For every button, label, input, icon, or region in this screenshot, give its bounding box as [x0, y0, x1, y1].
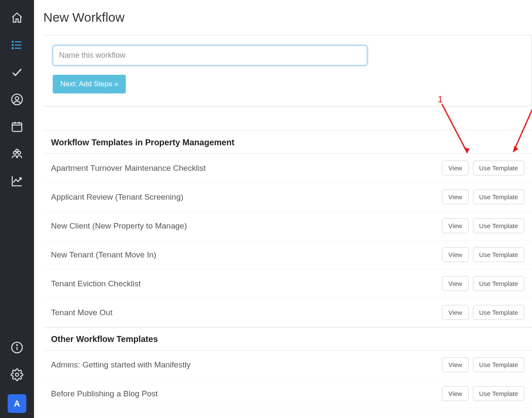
- template-name: Tenant Eviction Checklist: [51, 279, 438, 288]
- sidebar-item-settings[interactable]: [3, 361, 31, 388]
- template-row: Before Publishing a Blog PostViewUse Tem…: [43, 379, 532, 408]
- use-template-button[interactable]: Use Template: [473, 276, 524, 291]
- template-row: Apartment Turnover Maintenance Checklist…: [43, 154, 532, 183]
- people-icon: [11, 147, 23, 160]
- template-name: Tenant Move Out: [51, 308, 438, 317]
- use-template-button[interactable]: Use Template: [473, 161, 524, 175]
- next-add-steps-button[interactable]: Next: Add Steps »: [53, 75, 126, 93]
- sidebar-item-tasks[interactable]: [3, 59, 31, 86]
- view-button[interactable]: View: [442, 276, 468, 291]
- svg-point-20: [17, 345, 17, 345]
- template-row: Tenant Eviction ChecklistViewUse Templat…: [43, 269, 532, 298]
- chart-icon: [11, 175, 23, 187]
- template-row: New Tenant (Tenant Move In)ViewUse Templ…: [43, 240, 532, 269]
- sidebar-item-workflows[interactable]: [3, 31, 31, 59]
- check-icon: [11, 66, 23, 79]
- use-template-button[interactable]: Use Template: [473, 189, 524, 204]
- view-button[interactable]: View: [442, 305, 468, 320]
- workflow-name-input[interactable]: [53, 45, 367, 65]
- settings-icon: [11, 368, 23, 381]
- use-template-button[interactable]: Use Template: [473, 386, 524, 401]
- use-template-button[interactable]: Use Template: [473, 305, 524, 320]
- sidebar-item-reports[interactable]: [3, 167, 31, 195]
- template-name: New Tenant (Tenant Move In): [51, 250, 438, 260]
- templates-section-header: Workflow Templates in Property Managemen…: [43, 131, 532, 154]
- template-name: Apartment Turnover Maintenance Checklist: [51, 164, 438, 173]
- avatar[interactable]: A: [8, 394, 26, 413]
- use-template-button[interactable]: Use Template: [473, 218, 524, 233]
- user-icon: [11, 93, 23, 106]
- template-name: New Client (New Property to Manage): [51, 221, 438, 231]
- svg-point-21: [15, 373, 19, 376]
- template-row: New Client (New Property to Manage)ViewU…: [43, 212, 532, 240]
- new-workflow-card: Next: Add Steps »: [43, 35, 532, 107]
- view-button[interactable]: View: [442, 386, 468, 401]
- info-icon: [11, 341, 23, 354]
- view-button[interactable]: View: [442, 357, 468, 372]
- sidebar: A: [0, 0, 34, 418]
- page-title: New Workflow: [43, 10, 532, 25]
- template-name: Applicant Review (Tenant Screening): [51, 192, 438, 202]
- svg-point-4: [12, 48, 14, 49]
- sidebar-item-profile[interactable]: [3, 86, 31, 113]
- main-content: New Workflow Next: Add Steps » Workflow …: [34, 0, 532, 418]
- sidebar-item-calendar[interactable]: [3, 113, 31, 140]
- svg-point-17: [16, 149, 18, 152]
- use-template-button[interactable]: Use Template: [473, 247, 524, 262]
- templates-section-header: Other Workflow Templates: [43, 327, 532, 350]
- sidebar-item-team[interactable]: [3, 140, 31, 167]
- sidebar-item-home[interactable]: [3, 4, 31, 31]
- view-button[interactable]: View: [442, 189, 468, 204]
- templates-section: Workflow Templates in Property Managemen…: [43, 130, 532, 408]
- use-template-button[interactable]: Use Template: [473, 357, 524, 372]
- svg-point-7: [15, 97, 19, 100]
- svg-point-0: [12, 41, 14, 42]
- template-row: Applicant Review (Tenant Screening)ViewU…: [43, 183, 532, 212]
- view-button[interactable]: View: [442, 218, 468, 233]
- template-row: Admins: Getting started with ManifestlyV…: [43, 350, 532, 379]
- calendar-icon: [11, 120, 23, 133]
- sidebar-item-info[interactable]: [3, 334, 31, 361]
- view-button[interactable]: View: [442, 247, 468, 262]
- svg-point-2: [12, 45, 14, 46]
- template-name: Before Publishing a Blog Post: [51, 389, 438, 398]
- list-icon: [11, 39, 23, 51]
- svg-rect-8: [12, 123, 22, 131]
- home-icon: [11, 11, 23, 24]
- template-row: Tenant Move OutViewUse Template: [43, 298, 532, 327]
- view-button[interactable]: View: [442, 161, 468, 175]
- template-name: Admins: Getting started with Manifestly: [51, 360, 438, 370]
